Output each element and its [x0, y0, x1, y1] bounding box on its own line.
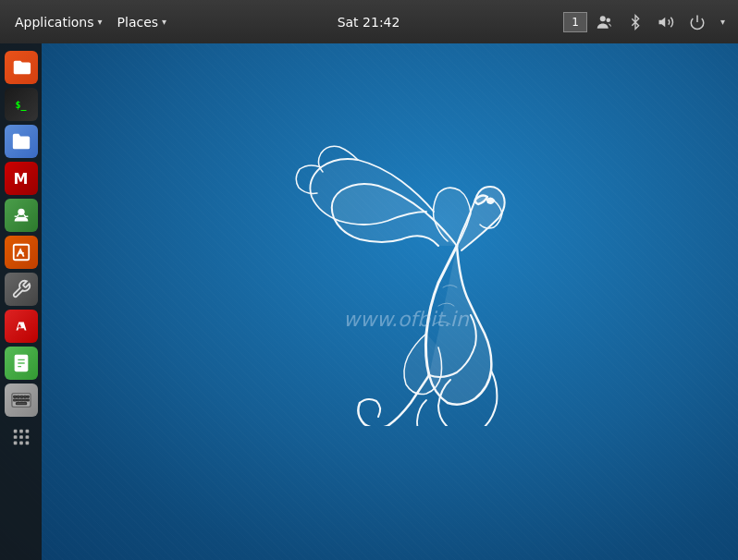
bluetooth-icon[interactable]	[622, 10, 648, 34]
sidebar-item-notes[interactable]	[5, 347, 38, 380]
svg-rect-23	[19, 430, 23, 433]
svg-rect-26	[19, 435, 23, 439]
svg-rect-19	[23, 399, 26, 401]
places-arrow: ▾	[162, 17, 166, 27]
session-arrow[interactable]: ▾	[715, 13, 731, 30]
applications-menu[interactable]: Applications ▾	[7, 0, 110, 43]
applications-arrow: ▾	[98, 17, 103, 27]
svg-marker-2	[658, 17, 665, 27]
svg-point-1	[606, 18, 610, 22]
svg-rect-11	[13, 396, 16, 397]
svg-point-0	[600, 16, 606, 21]
sidebar-item-terminal[interactable]: $_	[5, 88, 38, 121]
sidebar-item-tools[interactable]	[5, 273, 38, 306]
sidebar-item-font-manager[interactable]	[5, 310, 38, 343]
svg-rect-29	[19, 442, 23, 445]
svg-rect-17	[17, 399, 19, 401]
desktop: Applications ▾ Places ▾ Sat 21:42 1	[0, 0, 738, 560]
svg-rect-30	[25, 442, 29, 445]
svg-rect-21	[16, 403, 26, 405]
svg-rect-16	[13, 399, 16, 401]
svg-rect-14	[23, 396, 26, 397]
panel-right: 1	[563, 10, 731, 34]
power-icon[interactable]	[683, 10, 711, 34]
svg-rect-27	[25, 435, 29, 439]
places-menu[interactable]: Places ▾	[110, 0, 175, 43]
sidebar-item-tali[interactable]	[5, 199, 38, 232]
svg-rect-24	[25, 430, 29, 433]
svg-rect-25	[13, 435, 17, 439]
workspace-indicator[interactable]: 1	[563, 12, 587, 32]
kali-logo	[249, 130, 563, 430]
users-icon[interactable]	[591, 10, 619, 34]
sidebar-item-keyboard[interactable]	[5, 383, 38, 417]
sidebar-item-mousepad[interactable]: M	[5, 162, 38, 195]
volume-icon[interactable]	[652, 10, 680, 34]
svg-rect-18	[20, 399, 23, 401]
svg-rect-20	[27, 399, 29, 401]
svg-rect-13	[20, 396, 23, 397]
svg-point-4	[18, 209, 24, 215]
panel-left: Applications ▾ Places ▾	[7, 0, 174, 43]
svg-rect-28	[13, 442, 17, 445]
svg-rect-12	[17, 396, 19, 397]
svg-rect-22	[13, 430, 17, 433]
sidebar-item-drawpile[interactable]	[5, 236, 38, 269]
places-label: Places	[117, 15, 159, 30]
svg-rect-15	[27, 396, 29, 397]
applications-label: Applications	[15, 15, 94, 30]
top-panel: Applications ▾ Places ▾ Sat 21:42 1	[0, 0, 738, 43]
sidebar: $_ M	[0, 43, 42, 560]
panel-clock: Sat 21:42	[174, 15, 563, 30]
sidebar-item-files[interactable]	[5, 125, 38, 158]
sidebar-item-thunar[interactable]	[5, 51, 38, 84]
sidebar-item-app-grid[interactable]	[5, 420, 38, 454]
